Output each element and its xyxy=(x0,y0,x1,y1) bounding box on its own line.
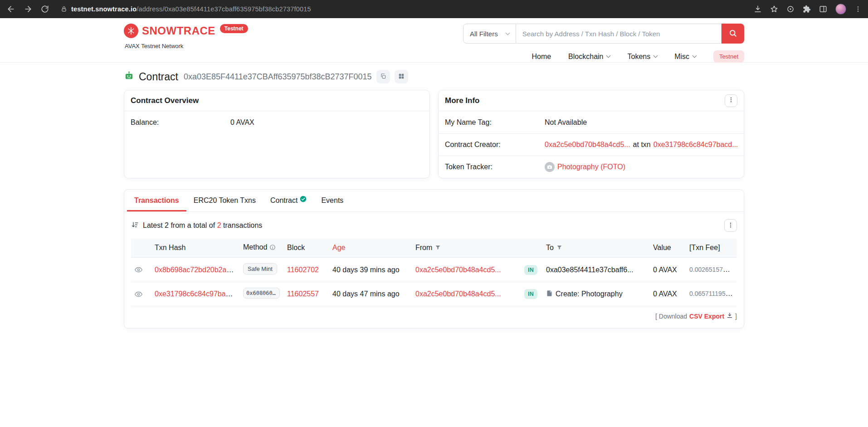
info-icon[interactable] xyxy=(269,244,276,252)
age-cell: 40 days 39 mins ago xyxy=(329,258,412,282)
name-tag-value: Not Available xyxy=(545,118,587,127)
col-value: Value xyxy=(649,238,686,258)
download-icon[interactable] xyxy=(754,5,762,13)
to-filter-icon[interactable] xyxy=(556,245,562,252)
extension-icon[interactable] xyxy=(786,5,795,13)
tx-table-body: 0x8b698ac72bd20b2a64... Safe Mint 116027… xyxy=(131,258,737,306)
chevron-down-icon xyxy=(692,54,697,58)
chevron-down-icon xyxy=(505,30,510,35)
creator-connector-text: at txn xyxy=(633,141,651,149)
token-tracker-label: Token Tracker: xyxy=(445,163,545,171)
copy-address-button[interactable] xyxy=(376,70,390,83)
txn-hash-link[interactable]: 0xe31798c6c84c97bacd... xyxy=(155,290,239,298)
more-info-menu-button[interactable] xyxy=(725,94,737,107)
token-tracker-link[interactable]: Photography (FOTO) xyxy=(557,163,625,171)
txn-fee: 0.0026515775 xyxy=(689,265,730,273)
method-badge: Safe Mint xyxy=(243,263,277,275)
block-link[interactable]: 11602702 xyxy=(287,266,319,274)
nav-item-blockchain[interactable]: Blockchain xyxy=(568,53,610,61)
direction-badge: IN xyxy=(524,265,537,275)
from-address-link[interactable]: 0xa2c5e0bd70b48a4cd5... xyxy=(415,266,501,274)
eye-icon[interactable] xyxy=(135,290,142,298)
browser-back-icon[interactable] xyxy=(6,5,15,14)
col-age-sort[interactable]: Age xyxy=(329,238,412,258)
name-tag-row: My Name Tag: Not Available xyxy=(439,111,744,133)
eye-icon[interactable] xyxy=(135,266,142,274)
browser-reload-icon[interactable] xyxy=(41,5,49,13)
col-direction xyxy=(521,238,542,258)
tab-erc20-token-txns[interactable]: ERC20 Token Txns xyxy=(186,190,263,211)
nav-item-tokens[interactable]: Tokens xyxy=(627,53,657,61)
table-header-row: Txn Hash Method Block Age From To Value … xyxy=(131,238,737,258)
tab-label: ERC20 Token Txns xyxy=(194,196,256,205)
more-info-card: More Info My Name Tag: Not Available Con… xyxy=(438,90,744,178)
txn-fee: 0.065711195 xyxy=(689,290,733,297)
nav-item-home[interactable]: Home xyxy=(532,53,551,61)
browser-menu-icon[interactable] xyxy=(854,5,862,13)
browser-forward-icon[interactable] xyxy=(24,5,33,14)
address-bar[interactable]: testnet.snowtrace.io/address/0xa03e85f44… xyxy=(61,5,746,13)
brand-testnet-badge: Testnet xyxy=(220,24,248,33)
tab-transactions[interactable]: Transactions xyxy=(127,190,186,211)
transaction-row: 0x8b698ac72bd20b2a64... Safe Mint 116027… xyxy=(131,258,737,282)
value-cell: 0 AVAX xyxy=(649,258,686,282)
verified-check-icon xyxy=(300,196,307,202)
testnet-network-button[interactable]: Testnet xyxy=(713,50,744,63)
token-logo-icon xyxy=(545,162,555,172)
from-address-link[interactable]: 0xa2c5e0bd70b48a4cd5... xyxy=(415,290,501,298)
txn-hash-link[interactable]: 0x8b698ac72bd20b2a64... xyxy=(155,266,239,274)
contract-overview-card: Contract Overview Balance: 0 AVAX xyxy=(124,90,430,178)
sort-icon[interactable] xyxy=(131,221,139,231)
browser-profile-avatar[interactable] xyxy=(835,4,846,15)
search-input[interactable] xyxy=(516,24,722,44)
creator-txn-link[interactable]: 0xe31798c6c84c97bacd... xyxy=(653,141,737,149)
snowtrace-logo[interactable]: SNOWTRACE Testnet xyxy=(124,24,248,38)
url-domain: testnet.snowtrace.io xyxy=(71,5,137,13)
search-icon xyxy=(729,29,737,39)
csv-suffix: ] xyxy=(735,313,737,320)
to-address: Create: Photography xyxy=(556,290,623,298)
kebab-icon xyxy=(728,97,734,104)
nav-item-misc[interactable]: Misc xyxy=(674,53,696,61)
tx-summary-text: Latest 2 from a total of 2 transactions xyxy=(143,221,262,230)
page-title: Contract xyxy=(139,71,178,83)
csv-export-link[interactable]: CSV Export xyxy=(689,313,724,320)
bookmark-star-icon[interactable] xyxy=(770,5,778,13)
copy-icon xyxy=(380,73,386,81)
col-to: To xyxy=(542,238,649,258)
direction-badge: IN xyxy=(524,289,537,299)
tx-card-menu-button[interactable] xyxy=(724,219,737,232)
col-from: From xyxy=(412,238,521,258)
search-button[interactable] xyxy=(722,24,744,44)
search-filters-dropdown[interactable]: All Filters xyxy=(463,24,516,44)
split-view-icon[interactable] xyxy=(819,5,827,13)
balance-label: Balance: xyxy=(131,118,230,127)
network-label: AVAX Testnet Network xyxy=(125,43,248,49)
page-title-row: Contract 0xa03E85F4411e37CBAff635975bf38… xyxy=(124,70,744,83)
balance-row: Balance: 0 AVAX xyxy=(124,111,429,133)
extensions-puzzle-icon[interactable] xyxy=(803,5,811,13)
col-txn-fee: [Txn Fee] xyxy=(686,238,737,258)
csv-export-row: [ Download CSV Export ] xyxy=(131,312,737,320)
col-eye xyxy=(131,238,151,258)
contract-robot-icon xyxy=(124,71,134,83)
from-filter-icon[interactable] xyxy=(435,245,441,252)
block-link[interactable]: 11602557 xyxy=(287,290,319,298)
csv-download-icon xyxy=(727,312,733,320)
col-block: Block xyxy=(283,238,329,258)
transactions-card: TransactionsERC20 Token TxnsContractEven… xyxy=(124,189,744,329)
creator-address-link[interactable]: 0xa2c5e0bd70b48a4cd5... xyxy=(545,141,630,149)
snowflake-logo-icon xyxy=(124,24,138,38)
apps-grid-button[interactable] xyxy=(395,70,408,83)
lock-icon xyxy=(61,6,67,12)
search-bar: All Filters xyxy=(463,24,744,44)
tx-tabs: TransactionsERC20 Token TxnsContractEven… xyxy=(124,190,744,212)
main-nav-items: HomeBlockchainTokensMisc xyxy=(532,53,696,61)
age-cell: 40 days 47 mins ago xyxy=(329,282,412,306)
tab-events[interactable]: Events xyxy=(314,190,351,211)
url-text: testnet.snowtrace.io/address/0xa03e85f44… xyxy=(71,5,311,13)
token-tracker-row: Token Tracker: Photography (FOTO) xyxy=(439,156,744,178)
tab-contract[interactable]: Contract xyxy=(263,190,314,211)
more-info-card-title: More Info xyxy=(445,96,480,105)
balance-value: 0 AVAX xyxy=(230,118,254,127)
